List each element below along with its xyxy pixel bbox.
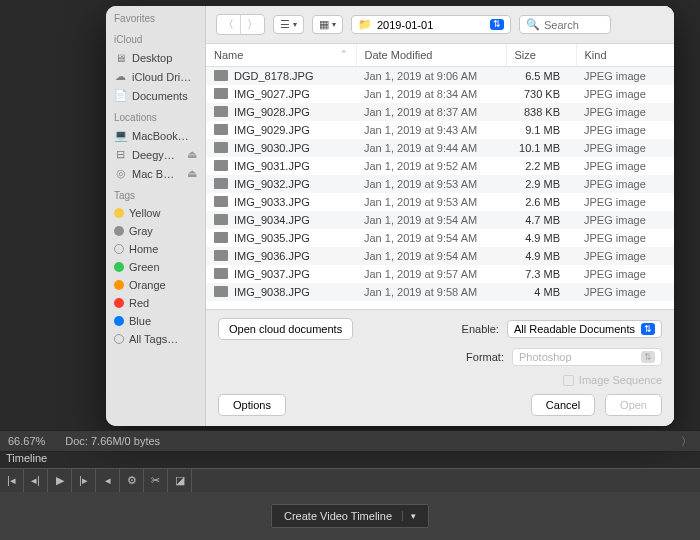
tag-label: All Tags…	[129, 333, 178, 345]
locations-heading: Locations	[106, 105, 205, 126]
image-thumbnail-icon	[214, 142, 228, 153]
open-cloud-documents-button[interactable]: Open cloud documents	[218, 318, 353, 340]
search-icon: 🔍	[526, 18, 540, 31]
col-date[interactable]: Date Modified	[356, 44, 506, 67]
eject-icon[interactable]: ⏏	[187, 148, 197, 161]
folder-icon: 📁	[358, 18, 372, 31]
image-sequence-checkbox: Image Sequence	[563, 374, 662, 386]
table-row[interactable]: IMG_9034.JPGJan 1, 2019 at 9:54 AM4.7 MB…	[206, 211, 674, 229]
options-button[interactable]: Options	[218, 394, 286, 416]
first-frame-icon[interactable]: |◂	[0, 469, 24, 493]
back-icon[interactable]: 〈	[217, 15, 240, 34]
file-name: IMG_9032.JPG	[234, 178, 310, 190]
file-size: 6.5 MB	[506, 67, 576, 86]
table-row[interactable]: IMG_9036.JPGJan 1, 2019 at 9:54 AM4.9 MB…	[206, 247, 674, 265]
forward-icon[interactable]: 〉	[240, 15, 264, 34]
table-row[interactable]: IMG_9027.JPGJan 1, 2019 at 8:34 AM730 KB…	[206, 85, 674, 103]
tag-label: Gray	[129, 225, 153, 237]
chevron-right-icon[interactable]: 〉	[681, 434, 692, 449]
sidebar-item[interactable]: ◎Mac B…⏏	[106, 164, 205, 183]
table-row[interactable]: IMG_9035.JPGJan 1, 2019 at 9:54 AM4.9 MB…	[206, 229, 674, 247]
next-frame-icon[interactable]: |▸	[72, 469, 96, 493]
eject-icon[interactable]: ⏏	[187, 167, 197, 180]
file-kind: JPEG image	[576, 247, 674, 265]
split-icon[interactable]: ✂	[144, 469, 168, 493]
file-list[interactable]: Name⌃ Date Modified Size Kind DGD_8178.J…	[206, 44, 674, 309]
table-row[interactable]: IMG_9033.JPGJan 1, 2019 at 9:53 AM2.6 MB…	[206, 193, 674, 211]
table-row[interactable]: IMG_9029.JPGJan 1, 2019 at 9:43 AM9.1 MB…	[206, 121, 674, 139]
zoom-level[interactable]: 66.67%	[8, 435, 45, 447]
file-date: Jan 1, 2019 at 8:34 AM	[356, 85, 506, 103]
folder-path-popup[interactable]: 📁 2019-01-01 ⇅	[351, 15, 511, 34]
file-date: Jan 1, 2019 at 8:37 AM	[356, 103, 506, 121]
image-thumbnail-icon	[214, 232, 228, 243]
image-thumbnail-icon	[214, 160, 228, 171]
view-list-button[interactable]: ☰ ▾	[273, 15, 304, 34]
search-field[interactable]: 🔍	[519, 15, 611, 34]
file-size: 838 KB	[506, 103, 576, 121]
file-size: 4.9 MB	[506, 229, 576, 247]
table-row[interactable]: IMG_9032.JPGJan 1, 2019 at 9:53 AM2.9 MB…	[206, 175, 674, 193]
play-icon[interactable]: ▶	[48, 469, 72, 493]
file-kind: JPEG image	[576, 229, 674, 247]
sidebar-item[interactable]: 💻MacBook…	[106, 126, 205, 145]
sidebar-tag[interactable]: Green	[106, 258, 205, 276]
file-date: Jan 1, 2019 at 9:58 AM	[356, 283, 506, 301]
sidebar-item[interactable]: 🖥Desktop	[106, 48, 205, 67]
col-name[interactable]: Name	[214, 49, 243, 61]
transition-icon[interactable]: ◪	[168, 469, 192, 493]
tag-label: Orange	[129, 279, 166, 291]
sidebar-tag[interactable]: Yellow	[106, 204, 205, 222]
file-kind: JPEG image	[576, 139, 674, 157]
sidebar-tag[interactable]: Home	[106, 240, 205, 258]
sidebar-item[interactable]: ☁iCloud Dri…	[106, 67, 205, 86]
tag-dot-icon	[114, 244, 124, 254]
tag-dot-icon	[114, 208, 124, 218]
prev-frame-icon[interactable]: ◂|	[24, 469, 48, 493]
table-row[interactable]: IMG_9037.JPGJan 1, 2019 at 9:57 AM7.3 MB…	[206, 265, 674, 283]
tags-heading: Tags	[106, 183, 205, 204]
sidebar-item-label: Mac B…	[132, 168, 174, 180]
sidebar-tag[interactable]: Blue	[106, 312, 205, 330]
chevron-down-icon[interactable]: ▾	[402, 511, 416, 521]
sidebar-tag[interactable]: Red	[106, 294, 205, 312]
format-label: Format:	[466, 351, 504, 363]
table-row[interactable]: IMG_9030.JPGJan 1, 2019 at 9:44 AM10.1 M…	[206, 139, 674, 157]
file-size: 4.9 MB	[506, 247, 576, 265]
tag-label: Home	[129, 243, 158, 255]
photoshop-window: Favorites iCloud 🖥Desktop☁iCloud Dri…📄Do…	[0, 0, 700, 540]
enable-select[interactable]: All Readable Documents⇅	[507, 320, 662, 338]
open-file-dialog: Favorites iCloud 🖥Desktop☁iCloud Dri…📄Do…	[106, 6, 674, 426]
file-name: IMG_9030.JPG	[234, 142, 310, 154]
cancel-button[interactable]: Cancel	[531, 394, 595, 416]
table-row[interactable]: IMG_9028.JPGJan 1, 2019 at 8:37 AM838 KB…	[206, 103, 674, 121]
table-row[interactable]: IMG_9038.JPGJan 1, 2019 at 9:58 AM4 MBJP…	[206, 283, 674, 301]
file-name: IMG_9037.JPG	[234, 268, 310, 280]
sidebar-item[interactable]: ⊟Deegy…⏏	[106, 145, 205, 164]
audio-icon[interactable]: ◂	[96, 469, 120, 493]
nav-back-forward[interactable]: 〈〉	[216, 14, 265, 35]
file-size: 2.2 MB	[506, 157, 576, 175]
col-kind[interactable]: Kind	[576, 44, 674, 67]
file-size: 4.7 MB	[506, 211, 576, 229]
folder-name: 2019-01-01	[377, 19, 433, 31]
sidebar-tag[interactable]: Orange	[106, 276, 205, 294]
settings-gear-icon[interactable]: ⚙	[120, 469, 144, 493]
updown-icon: ⇅	[641, 323, 655, 335]
file-kind: JPEG image	[576, 85, 674, 103]
search-input[interactable]	[544, 19, 604, 31]
sidebar-tag[interactable]: Gray	[106, 222, 205, 240]
sidebar-item[interactable]: 📄Documents	[106, 86, 205, 105]
sidebar-tag[interactable]: All Tags…	[106, 330, 205, 348]
tag-label: Yellow	[129, 207, 160, 219]
col-size[interactable]: Size	[506, 44, 576, 67]
create-video-timeline-button[interactable]: Create Video Timeline ▾	[271, 504, 429, 528]
file-kind: JPEG image	[576, 121, 674, 139]
cloud-icon: ☁	[114, 70, 127, 83]
laptop-icon: 💻	[114, 129, 127, 142]
file-size: 9.1 MB	[506, 121, 576, 139]
table-row[interactable]: IMG_9031.JPGJan 1, 2019 at 9:52 AM2.2 MB…	[206, 157, 674, 175]
column-headers[interactable]: Name⌃ Date Modified Size Kind	[206, 44, 674, 67]
view-grid-button[interactable]: ▦ ▾	[312, 15, 343, 34]
table-row[interactable]: DGD_8178.JPGJan 1, 2019 at 9:06 AM6.5 MB…	[206, 67, 674, 86]
